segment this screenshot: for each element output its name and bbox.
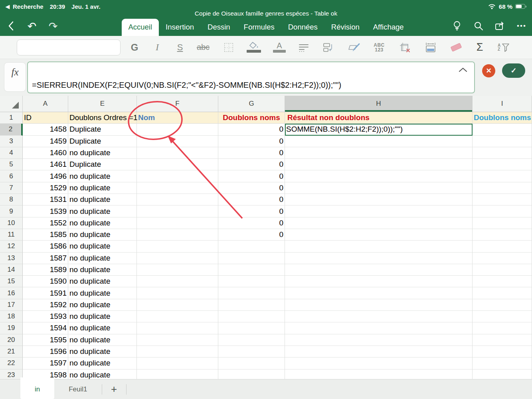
cell-I10[interactable] — [473, 217, 532, 229]
column-header-A[interactable]: A — [23, 96, 68, 112]
cell-E16[interactable]: no duplicate — [68, 287, 137, 299]
cell-H3[interactable] — [285, 136, 473, 147]
cell-I23[interactable] — [473, 369, 532, 379]
cell-A18[interactable]: 1593 — [23, 311, 68, 322]
cell-G12[interactable] — [218, 241, 285, 252]
cell-G10[interactable]: 0 — [218, 217, 285, 229]
font-color-button[interactable]: A — [270, 38, 289, 57]
cell-H20[interactable] — [285, 334, 473, 346]
cell-G18[interactable] — [218, 311, 285, 322]
cell-A21[interactable]: 1596 — [23, 346, 68, 358]
bold-button[interactable]: G — [125, 38, 144, 57]
cell-A1[interactable]: ID — [23, 112, 68, 124]
cell-F17[interactable] — [137, 299, 218, 311]
cell-H8[interactable] — [285, 194, 473, 205]
cell-A22[interactable]: 1597 — [23, 358, 68, 369]
cell-I15[interactable] — [473, 276, 532, 287]
row-header-16[interactable]: 16 — [0, 287, 23, 299]
cell-F20[interactable] — [137, 334, 218, 346]
cell-F10[interactable] — [137, 217, 218, 229]
alignment-button[interactable] — [294, 38, 313, 57]
cell-A13[interactable]: 1587 — [23, 253, 68, 264]
search-icon[interactable] — [471, 18, 487, 34]
strikethrough-button[interactable]: abc — [194, 38, 213, 57]
cell-F16[interactable] — [137, 287, 218, 299]
cell-E9[interactable]: no duplicate — [68, 205, 137, 217]
cell-E4[interactable]: no duplicate — [68, 147, 137, 159]
cell-G11[interactable]: 0 — [218, 229, 285, 241]
cell-A14[interactable]: 1589 — [23, 264, 68, 276]
cell-A8[interactable]: 1531 — [23, 194, 68, 205]
cell-G16[interactable] — [218, 287, 285, 299]
cell-F18[interactable] — [137, 311, 218, 322]
confirm-edit-button[interactable]: ✓ — [502, 63, 525, 78]
row-header-17[interactable]: 17 — [0, 299, 23, 311]
cell-E17[interactable]: no duplicate — [68, 299, 137, 311]
cell-G22[interactable] — [218, 358, 285, 369]
sheet-tab-in[interactable]: in — [20, 377, 54, 399]
cell-F12[interactable] — [137, 241, 218, 252]
row-header-23[interactable]: 23 — [0, 369, 23, 379]
cell-A5[interactable]: 1461 — [23, 159, 68, 170]
cell-H4[interactable] — [285, 147, 473, 159]
cell-F5[interactable] — [137, 159, 218, 170]
row-header-2[interactable]: 2 — [0, 124, 23, 135]
cell-I8[interactable] — [473, 194, 532, 205]
row-header-6[interactable]: 6 — [0, 170, 23, 182]
cell-H18[interactable] — [285, 311, 473, 322]
fx-button[interactable]: fx — [4, 62, 26, 92]
cell-A20[interactable]: 1595 — [23, 334, 68, 346]
cell-H10[interactable] — [285, 217, 473, 229]
cell-I5[interactable] — [473, 159, 532, 170]
cell-G8[interactable]: 0 — [218, 194, 285, 205]
cell-F13[interactable] — [137, 253, 218, 264]
cell-F14[interactable] — [137, 264, 218, 276]
cell-A3[interactable]: 1459 — [23, 136, 68, 147]
row-header-3[interactable]: 3 — [0, 136, 23, 147]
cell-G6[interactable]: 0 — [218, 170, 285, 182]
cell-G4[interactable]: 0 — [218, 147, 285, 159]
row-header-7[interactable]: 7 — [0, 182, 23, 194]
cell-H21[interactable] — [285, 346, 473, 358]
select-all-corner[interactable] — [0, 96, 23, 112]
column-width-button[interactable] — [421, 38, 440, 57]
cell-I17[interactable] — [473, 299, 532, 311]
cell-F4[interactable] — [137, 147, 218, 159]
ribbon-tab-accueil[interactable]: Accueil — [121, 19, 159, 36]
row-header-15[interactable]: 15 — [0, 276, 23, 287]
cell-I16[interactable] — [473, 287, 532, 299]
status-back-icon[interactable]: ◀ — [6, 4, 10, 10]
cell-F23[interactable] — [137, 369, 218, 379]
formula-text[interactable]: =SIERREUR(INDEX(F2;EQUIV(0;NB.SI(F2;"<"&… — [32, 81, 450, 90]
cell-H11[interactable] — [285, 229, 473, 241]
cell-E15[interactable]: no duplicate — [68, 276, 137, 287]
cell-G21[interactable] — [218, 346, 285, 358]
cell-E21[interactable]: no duplicate — [68, 346, 137, 358]
more-ellipsis-icon[interactable]: ••• — [514, 18, 530, 34]
cell-F11[interactable] — [137, 229, 218, 241]
undo-button[interactable]: ↶ — [24, 18, 40, 34]
fill-color-button[interactable] — [244, 38, 263, 57]
cell-I13[interactable] — [473, 253, 532, 264]
cell-G17[interactable] — [218, 299, 285, 311]
column-header-E[interactable]: E — [68, 96, 137, 112]
cell-I20[interactable] — [473, 334, 532, 346]
ideas-lightbulb-icon[interactable] — [449, 18, 465, 34]
cell-I4[interactable] — [473, 147, 532, 159]
row-header-14[interactable]: 14 — [0, 264, 23, 276]
cell-I14[interactable] — [473, 264, 532, 276]
cell-G2[interactable]: 0 — [218, 124, 285, 135]
cell-A17[interactable]: 1592 — [23, 299, 68, 311]
cell-A11[interactable]: 1585 — [23, 229, 68, 241]
share-icon[interactable] — [492, 18, 508, 34]
cell-F19[interactable] — [137, 322, 218, 334]
cell-A19[interactable]: 1594 — [23, 322, 68, 334]
cell-H9[interactable] — [285, 205, 473, 217]
insert-delete-cells-button[interactable] — [396, 38, 415, 57]
cell-F1[interactable]: Nom — [137, 112, 218, 124]
cell-H15[interactable] — [285, 276, 473, 287]
cell-A15[interactable]: 1590 — [23, 276, 68, 287]
cell-F8[interactable] — [137, 194, 218, 205]
format-painter-button[interactable] — [345, 38, 364, 57]
cell-G23[interactable] — [218, 369, 285, 379]
